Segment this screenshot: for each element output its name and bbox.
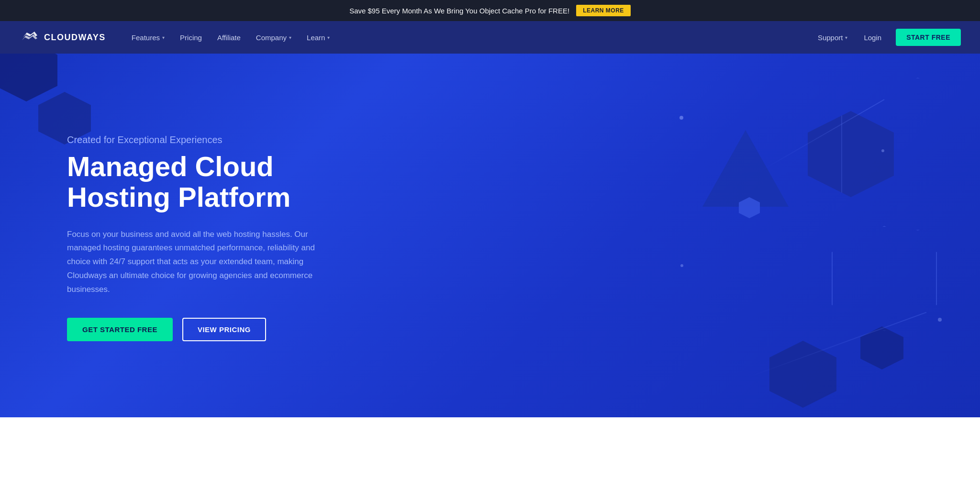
hex-small-blue [739,197,760,218]
support-button[interactable]: Support ▾ [811,30,855,45]
top-banner: Save $95 Every Month As We Bring You Obj… [0,0,980,21]
dot-decoration-4 [938,318,942,322]
triangle-decoration-right [702,130,789,207]
view-pricing-button[interactable]: VIEW PRICING [182,318,266,341]
nav-item-learn[interactable]: Learn ▾ [300,30,336,45]
get-started-button[interactable]: GET STARTED FREE [67,318,173,341]
nav-item-company[interactable]: Company ▾ [249,30,298,45]
line-decoration-1 [760,99,885,172]
hero-content: Created for Exceptional Experiences Mana… [67,134,354,341]
hex-outline-right2 [841,78,980,231]
learn-more-button[interactable]: LEARN MORE [576,5,631,16]
logo-text: CLOUDWAYS [44,33,106,43]
nav-item-pricing[interactable]: Pricing [173,30,209,45]
start-free-button[interactable]: START FREE [896,29,961,46]
hex-outline-right [832,226,937,331]
dot-decoration-2 [881,149,884,152]
navbar: CLOUDWAYS Features ▾ Pricing Affiliate C… [0,21,980,54]
support-dropdown-arrow: ▾ [845,35,847,40]
hero-title: Managed Cloud Hosting Platform [67,151,354,212]
cloudways-logo-icon [19,30,39,45]
company-dropdown-arrow: ▾ [289,35,291,40]
dot-decoration-3 [680,264,683,267]
hero-subtitle: Created for Exceptional Experiences [67,134,354,145]
learn-dropdown-arrow: ▾ [327,35,330,40]
nav-right: Support ▾ Login START FREE [811,29,961,46]
line-decoration-2 [746,312,927,379]
banner-text: Save $95 Every Month As We Bring You Obj… [349,7,569,15]
hero-section: Created for Exceptional Experiences Mana… [0,54,980,417]
features-dropdown-arrow: ▾ [162,35,165,40]
hero-buttons: GET STARTED FREE VIEW PRICING [67,318,354,341]
hex-decoration-right-large [808,111,894,197]
hex-bottom-mid [860,326,903,369]
logo[interactable]: CLOUDWAYS [19,30,106,45]
dot-decoration-1 [679,116,683,120]
hero-description: Focus on your business and avoid all the… [67,228,335,297]
hex-bottom-right [769,341,836,408]
nav-item-features[interactable]: Features ▾ [125,30,171,45]
nav-links: Features ▾ Pricing Affiliate Company ▾ L… [125,30,811,45]
login-button[interactable]: Login [857,30,888,45]
nav-item-affiliate[interactable]: Affiliate [211,30,247,45]
hex-decoration-left-top [0,54,57,101]
